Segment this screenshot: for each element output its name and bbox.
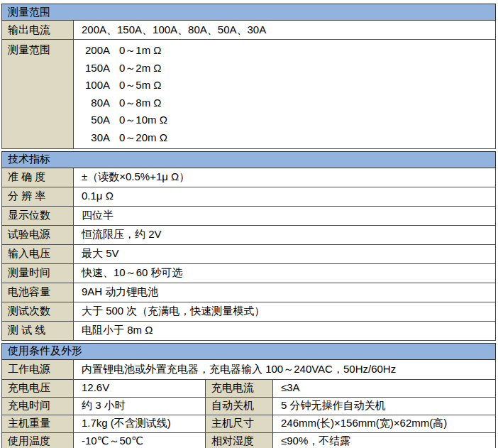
- spec-label-test-power: 试验电源: [2, 225, 74, 244]
- spec-value-output-current: 200A、150A、100A、80A、50A、30A: [74, 21, 496, 40]
- spec-value-relative-humidity: ≤90%，不结露: [273, 432, 496, 448]
- table-row: 测试次数 大于 500 次（充满电，快速测量模式）: [2, 302, 496, 321]
- table-row: 测量范围 200A0～1m Ω 150A0～2m Ω 100A0～5m Ω 80…: [2, 40, 496, 149]
- spec-label-test-count: 测试次数: [2, 302, 74, 321]
- range-value: 0～5m Ω: [119, 79, 162, 91]
- range-value: 0～8m Ω: [119, 97, 162, 109]
- table-row: 充电时间 约 3 小时 自动关机 5 分钟无操作自动关机: [2, 397, 496, 415]
- spec-value-charge-time: 约 3 小时: [74, 397, 206, 415]
- range-line: 30A0～20m Ω: [82, 129, 495, 147]
- range-value: 0～2m Ω: [119, 62, 162, 74]
- spec-value-resolution: 0.1μ Ω: [74, 187, 496, 206]
- range-line: 80A0～8m Ω: [82, 94, 495, 112]
- spec-label-auto-shutdown: 自动关机: [206, 397, 273, 415]
- table-row: 使用温度 -10℃～50℃ 相对湿度 ≤90%，不结露: [2, 432, 496, 448]
- spec-value-host-size: 246mm(长)×156mm(宽)×62mm(高): [273, 415, 496, 432]
- table-row: 测量时间 快速、10～60 秒可选: [2, 263, 496, 283]
- spec-label-range: 测量范围: [2, 40, 74, 149]
- range-line: 100A0～5m Ω: [82, 77, 495, 94]
- spec-label-resolution: 分 辨 率: [2, 187, 74, 206]
- section-header-usage-conditions: 使用条件及外形: [2, 343, 496, 359]
- spec-label-host-size: 主机尺寸: [206, 415, 273, 432]
- spec-value-charge-voltage: 12.6V: [74, 379, 206, 397]
- usage-conditions-section: 使用条件及外形 工作电源 内置锂电池或外置充电器，充电器输入 100～240VA…: [1, 343, 496, 448]
- range-value: 0～10m Ω: [119, 114, 167, 126]
- table-row: 工作电源 内置锂电池或外置充电器，充电器输入 100～240VAC，50Hz/6…: [2, 359, 496, 379]
- spec-value-host-weight: 1.7kg (不含测试线): [74, 415, 206, 432]
- range-current: 200A: [82, 42, 110, 60]
- spec-value-test-lead: 电阻小于 8m Ω: [74, 321, 496, 340]
- spec-value-test-power: 恒流限压，约 2V: [74, 225, 496, 244]
- spec-label-charge-voltage: 充电电压: [2, 379, 74, 397]
- table-row: 试验电源 恒流限压，约 2V: [2, 225, 496, 244]
- section-header-measurement-range: 测量范围: [2, 4, 496, 21]
- spec-label-input-voltage: 输入电压: [2, 244, 74, 263]
- spec-value-test-count: 大于 500 次（充满电，快速测量模式）: [74, 302, 496, 321]
- spec-label-accuracy: 准 确 度: [2, 168, 74, 187]
- spec-label-output-current: 输出电流: [2, 21, 74, 40]
- range-current: 100A: [82, 77, 110, 94]
- spec-value-operating-temperature: -10℃～50℃: [74, 432, 206, 448]
- range-value: 0～20m Ω: [119, 131, 167, 143]
- section-header-row: 使用条件及外形: [2, 343, 496, 359]
- spec-label-battery-capacity: 电池容量: [2, 283, 74, 302]
- spec-value-range-list: 200A0～1m Ω 150A0～2m Ω 100A0～5m Ω 80A0～8m…: [74, 40, 496, 149]
- table-row: 显示位数 四位半: [2, 206, 496, 225]
- spec-label-display-digits: 显示位数: [2, 206, 74, 225]
- range-current: 80A: [82, 94, 110, 112]
- table-row: 充电电压 12.6V 充电电流 ≤3A: [2, 379, 496, 397]
- spec-value-working-power: 内置锂电池或外置充电器，充电器输入 100～240VAC，50Hz/60Hz: [74, 359, 496, 379]
- range-current: 30A: [82, 129, 110, 147]
- spec-value-battery-capacity: 9AH 动力锂电池: [74, 283, 496, 302]
- spec-label-charge-time: 充电时间: [2, 397, 74, 415]
- range-line: 150A0～2m Ω: [82, 60, 495, 77]
- section-header-row: 测量范围: [2, 4, 496, 21]
- section-header-row: 技术指标: [2, 151, 496, 168]
- range-current: 150A: [82, 60, 110, 77]
- spec-label-charge-current: 充电电流: [206, 379, 273, 397]
- spec-label-host-weight: 主机重量: [2, 415, 74, 432]
- spec-label-measure-time: 测量时间: [2, 263, 74, 283]
- spec-label-test-lead: 测 试 线: [2, 321, 74, 340]
- table-row: 输出电流 200A、150A、100A、80A、50A、30A: [2, 21, 496, 40]
- table-row: 电池容量 9AH 动力锂电池: [2, 283, 496, 302]
- measurement-range-section: 测量范围 输出电流 200A、150A、100A、80A、50A、30A 测量范…: [1, 4, 496, 149]
- range-value: 0～1m Ω: [119, 44, 162, 56]
- spec-value-display-digits: 四位半: [74, 206, 496, 225]
- section-header-technical-spec: 技术指标: [2, 151, 496, 168]
- table-row: 主机重量 1.7kg (不含测试线) 主机尺寸 246mm(长)×156mm(宽…: [2, 415, 496, 432]
- table-row: 准 确 度 ±（读数×0.5%+1μ Ω）: [2, 168, 496, 187]
- spec-label-operating-temperature: 使用温度: [2, 432, 74, 448]
- spec-value-accuracy: ±（读数×0.5%+1μ Ω）: [74, 168, 496, 187]
- table-row: 输入电压 最大 5V: [2, 244, 496, 263]
- spec-label-relative-humidity: 相对湿度: [206, 432, 273, 448]
- range-line: 50A0～10m Ω: [82, 111, 495, 129]
- spec-value-input-voltage: 最大 5V: [74, 244, 496, 263]
- spec-value-charge-current: ≤3A: [273, 379, 496, 397]
- technical-spec-section: 技术指标 准 确 度 ±（读数×0.5%+1μ Ω） 分 辨 率 0.1μ Ω …: [1, 151, 496, 341]
- range-line: 200A0～1m Ω: [82, 42, 495, 60]
- range-current: 50A: [82, 111, 110, 129]
- spec-value-measure-time: 快速、10～60 秒可选: [74, 263, 496, 283]
- table-row: 测 试 线 电阻小于 8m Ω: [2, 321, 496, 340]
- spec-label-working-power: 工作电源: [2, 359, 74, 379]
- table-row: 分 辨 率 0.1μ Ω: [2, 187, 496, 206]
- spec-value-auto-shutdown: 5 分钟无操作自动关机: [273, 397, 496, 415]
- spec-document: 测量范围 输出电流 200A、150A、100A、80A、50A、30A 测量范…: [0, 0, 498, 448]
